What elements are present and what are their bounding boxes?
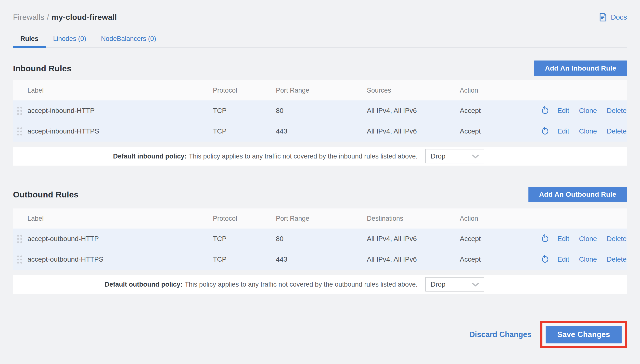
table-row-accept-inbound-https: accept-inbound-HTTPS TCP 443 All IPv4, A… bbox=[13, 121, 627, 142]
footer-actions: Discard Changes Save Changes bbox=[13, 321, 627, 348]
breadcrumb-firewalls-link[interactable]: Firewalls bbox=[13, 13, 44, 22]
column-header-action: Action bbox=[460, 87, 541, 94]
column-header-label: Label bbox=[13, 215, 213, 222]
drag-handle-icon[interactable] bbox=[17, 256, 22, 264]
column-header-destinations: Destinations bbox=[367, 215, 460, 222]
column-header-protocol: Protocol bbox=[213, 87, 276, 94]
column-header-action: Action bbox=[460, 215, 541, 222]
rule-action: Accept bbox=[460, 256, 541, 263]
undo-icon[interactable] bbox=[541, 255, 549, 264]
table-row-accept-outbound-http: accept-outbound-HTTP TCP 80 All IPv4, Al… bbox=[13, 228, 627, 249]
inbound-section-header: Inbound Rules Add An Inbound Rule bbox=[13, 60, 627, 76]
docs-icon bbox=[598, 12, 608, 22]
rule-action: Accept bbox=[460, 128, 541, 135]
rule-action: Accept bbox=[460, 107, 541, 115]
undo-icon[interactable] bbox=[541, 234, 549, 243]
clone-link[interactable]: Clone bbox=[579, 128, 597, 135]
outbound-table-header: Label Protocol Port Range Destinations A… bbox=[13, 208, 627, 228]
add-inbound-rule-button[interactable]: Add An Inbound Rule bbox=[534, 60, 627, 76]
edit-link[interactable]: Edit bbox=[557, 128, 569, 135]
selected-policy-value: Drop bbox=[431, 152, 446, 160]
drag-handle-icon[interactable] bbox=[17, 128, 22, 136]
rule-protocol: TCP bbox=[213, 128, 276, 135]
selected-policy-value: Drop bbox=[431, 280, 446, 288]
inbound-rules-heading: Inbound Rules bbox=[13, 64, 72, 73]
firewall-rules-page: Firewalls/my-cloud-firewall Docs Rules L… bbox=[0, 0, 640, 348]
discard-changes-link[interactable]: Discard Changes bbox=[469, 330, 531, 339]
table-row-accept-outbound-https: accept-outbound-HTTPS TCP 443 All IPv4, … bbox=[13, 249, 627, 270]
page-title: my-cloud-firewall bbox=[52, 13, 117, 22]
breadcrumb-separator: / bbox=[47, 13, 49, 22]
rule-protocol: TCP bbox=[213, 107, 276, 115]
save-button-highlight-box: Save Changes bbox=[540, 321, 627, 348]
default-inbound-policy-description: This policy applies to any traffic not c… bbox=[189, 152, 418, 160]
default-outbound-policy-label: Default outbound policy: bbox=[105, 281, 182, 288]
default-outbound-policy-row: Default outbound policy: This policy app… bbox=[13, 275, 627, 294]
rule-sources: All IPv4, All IPv6 bbox=[367, 107, 460, 115]
rule-label: accept-inbound-HTTP bbox=[28, 107, 95, 115]
tab-bar: Rules Linodes (0) NodeBalancers (0) bbox=[13, 32, 627, 48]
outbound-section-header: Outbound Rules Add An Outbound Rule bbox=[13, 187, 627, 202]
delete-link[interactable]: Delete bbox=[607, 107, 626, 115]
clone-link[interactable]: Clone bbox=[579, 256, 597, 263]
rule-sources: All IPv4, All IPv6 bbox=[367, 128, 460, 135]
clone-link[interactable]: Clone bbox=[579, 235, 597, 243]
undo-icon[interactable] bbox=[541, 127, 549, 136]
inbound-table-header: Label Protocol Port Range Sources Action bbox=[13, 80, 627, 100]
rule-port-range: 80 bbox=[276, 235, 367, 243]
rule-port-range: 443 bbox=[276, 256, 367, 263]
edit-link[interactable]: Edit bbox=[557, 256, 569, 263]
inbound-rules-table: Label Protocol Port Range Sources Action… bbox=[13, 80, 627, 166]
topbar: Firewalls/my-cloud-firewall Docs bbox=[13, 0, 627, 22]
column-header-port-range: Port Range bbox=[276, 215, 367, 222]
save-changes-button[interactable]: Save Changes bbox=[546, 326, 621, 344]
column-header-port-range: Port Range bbox=[276, 87, 367, 94]
rule-action: Accept bbox=[460, 235, 541, 243]
default-inbound-policy-select[interactable]: Drop bbox=[425, 149, 484, 164]
undo-icon[interactable] bbox=[541, 106, 549, 115]
default-outbound-policy-description: This policy applies to any traffic not c… bbox=[185, 281, 418, 288]
docs-link[interactable]: Docs bbox=[598, 12, 627, 22]
chevron-down-icon bbox=[472, 282, 479, 286]
default-outbound-policy-select[interactable]: Drop bbox=[425, 277, 484, 292]
tab-nodebalancers[interactable]: NodeBalancers (0) bbox=[94, 32, 164, 48]
outbound-rules-table: Label Protocol Port Range Destinations A… bbox=[13, 208, 627, 294]
delete-link[interactable]: Delete bbox=[607, 256, 626, 263]
default-inbound-policy-label: Default inbound policy: bbox=[113, 152, 187, 160]
drag-handle-icon[interactable] bbox=[17, 235, 22, 243]
rule-protocol: TCP bbox=[213, 235, 276, 243]
rule-label: accept-outbound-HTTPS bbox=[28, 256, 104, 263]
rule-destinations: All IPv4, All IPv6 bbox=[367, 256, 460, 263]
table-row-accept-inbound-http: accept-inbound-HTTP TCP 80 All IPv4, All… bbox=[13, 100, 627, 121]
rule-protocol: TCP bbox=[213, 256, 276, 263]
delete-link[interactable]: Delete bbox=[607, 235, 626, 243]
rule-port-range: 80 bbox=[276, 107, 367, 115]
breadcrumb: Firewalls/my-cloud-firewall bbox=[13, 13, 117, 22]
clone-link[interactable]: Clone bbox=[579, 107, 597, 115]
column-header-protocol: Protocol bbox=[213, 215, 276, 222]
add-outbound-rule-button[interactable]: Add An Outbound Rule bbox=[528, 187, 627, 202]
default-inbound-policy-row: Default inbound policy: This policy appl… bbox=[13, 147, 627, 166]
rule-destinations: All IPv4, All IPv6 bbox=[367, 235, 460, 243]
tab-rules[interactable]: Rules bbox=[13, 32, 46, 48]
edit-link[interactable]: Edit bbox=[557, 107, 569, 115]
docs-label: Docs bbox=[611, 13, 627, 21]
drag-handle-icon[interactable] bbox=[17, 107, 22, 115]
rule-label: accept-outbound-HTTP bbox=[28, 235, 99, 243]
outbound-rules-heading: Outbound Rules bbox=[13, 190, 79, 200]
delete-link[interactable]: Delete bbox=[607, 128, 626, 135]
tab-linodes[interactable]: Linodes (0) bbox=[46, 32, 94, 48]
rule-label: accept-inbound-HTTPS bbox=[28, 128, 99, 135]
rule-port-range: 443 bbox=[276, 128, 367, 135]
chevron-down-icon bbox=[472, 154, 479, 158]
column-header-sources: Sources bbox=[367, 87, 460, 94]
column-header-label: Label bbox=[13, 87, 213, 94]
edit-link[interactable]: Edit bbox=[557, 235, 569, 243]
